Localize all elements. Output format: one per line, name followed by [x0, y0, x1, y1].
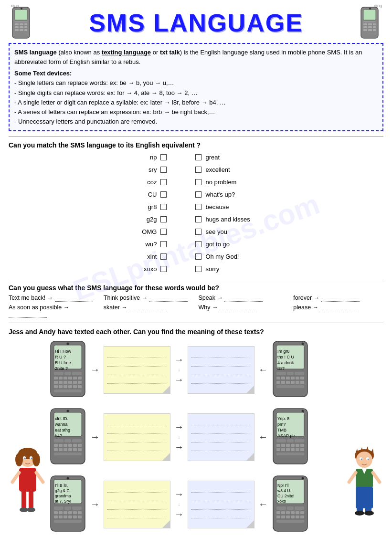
svg-rect-169	[72, 506, 82, 510]
checkbox-eng-hugs[interactable]	[195, 216, 201, 222]
checkbox-sry[interactable]	[160, 167, 167, 173]
checkbox-xlnt[interactable]	[160, 253, 167, 260]
checkbox-eng-noproblem[interactable]	[195, 179, 201, 185]
rule-5: - Unnecessary letters and punctuation ar…	[14, 117, 378, 126]
svg-rect-194	[281, 511, 285, 514]
svg-rect-123	[72, 439, 82, 442]
svg-rect-177	[59, 516, 63, 518]
match-item-wu: wu?	[146, 239, 167, 249]
guess-blank-8[interactable]	[320, 304, 359, 311]
sms-term-xlnt: xlnt	[147, 253, 157, 260]
svg-rect-144	[276, 439, 286, 442]
svg-rect-125	[59, 444, 63, 447]
sms-term-omg: OMG	[142, 228, 157, 235]
checkbox-xoxo[interactable]	[160, 266, 167, 272]
svg-rect-149	[286, 444, 290, 447]
eng-term-noproblem: no problem	[205, 179, 236, 186]
andy-phone-1: Im gr8 thx ! C U 4 a drink l8r?	[272, 340, 309, 399]
info-intro: SMS language (also known as texting lang…	[14, 48, 378, 67]
guess-item-5: Speak →	[199, 295, 289, 302]
svg-rect-203	[296, 516, 299, 518]
checkbox-eng-seeyou[interactable]	[195, 229, 201, 235]
svg-rect-204	[300, 516, 304, 518]
svg-rect-102	[281, 377, 285, 379]
rule-1: - Single letters can replace words: ex: …	[14, 78, 378, 88]
match-item-omg: OMG	[142, 226, 167, 237]
checkbox-eng-because[interactable]	[195, 204, 201, 210]
checkbox-np[interactable]	[160, 154, 167, 160]
checkbox-g2g[interactable]	[160, 216, 167, 222]
guess-blank-3[interactable]	[149, 295, 188, 302]
svg-rect-145	[287, 439, 294, 442]
checkbox-omg[interactable]	[160, 229, 167, 235]
svg-point-30	[15, 453, 23, 466]
svg-rect-84	[54, 385, 58, 388]
svg-rect-72	[54, 377, 58, 379]
sms-term-xoxo: xoxo	[144, 265, 157, 273]
jess-phone-3: I'll B l8, g2g & C grandma at 7. Sry!	[49, 475, 86, 534]
svg-text:w8 4 U.: w8 4 U.	[277, 488, 291, 493]
guess-blank-6[interactable]	[220, 304, 258, 311]
guess-item-1: Text me back! →	[9, 295, 99, 302]
svg-rect-81	[68, 381, 72, 384]
svg-rect-205	[276, 520, 304, 523]
guess-blank-2[interactable]	[9, 311, 47, 318]
svg-rect-121	[54, 439, 64, 442]
checkbox-eng-whatsup[interactable]	[195, 191, 201, 198]
guess-blank-4[interactable]	[129, 304, 167, 311]
svg-rect-76	[73, 377, 77, 379]
sms-term-sry: sry	[148, 166, 157, 173]
svg-rect-128	[73, 444, 77, 447]
svg-point-51	[361, 459, 362, 460]
svg-rect-108	[281, 381, 285, 384]
guess-blank-1[interactable]	[55, 295, 93, 302]
sms-term-wu: wu?	[146, 241, 157, 248]
checkbox-coz[interactable]	[160, 179, 167, 185]
match-item-gr8: gr8	[148, 201, 167, 212]
svg-rect-98	[276, 372, 286, 375]
svg-rect-83	[78, 381, 82, 384]
arrow-1: →	[90, 364, 100, 375]
checkbox-wu[interactable]	[160, 241, 167, 247]
checkbox-eng-excellent[interactable]	[195, 167, 201, 173]
svg-rect-198	[300, 511, 304, 514]
sms-term-g2g: g2g	[147, 216, 157, 223]
svg-rect-124	[54, 444, 58, 447]
svg-rect-174	[73, 511, 77, 514]
match-right-col: great excellent no problem what's up? be…	[195, 152, 250, 274]
svg-rect-122	[64, 439, 71, 442]
guess-item-2: As soon as possible →	[9, 304, 99, 318]
svg-text:at 7. Sry!: at 7. Sry!	[55, 499, 71, 504]
checkbox-eng-great[interactable]	[195, 154, 201, 160]
svg-rect-78	[54, 381, 58, 384]
svg-rect-155	[286, 448, 290, 451]
svg-point-93	[302, 343, 304, 345]
svg-rect-172	[64, 511, 67, 514]
checkbox-eng-omg[interactable]	[195, 253, 201, 260]
divider-3	[9, 323, 383, 323]
svg-text:g2g & C: g2g & C	[55, 488, 70, 493]
svg-rect-59	[365, 492, 371, 513]
svg-rect-150	[291, 444, 295, 447]
checkbox-eng-gottogo[interactable]	[195, 241, 201, 247]
svg-rect-199	[276, 516, 280, 518]
svg-rect-171	[59, 511, 63, 514]
match-eng-omg: Oh my God!	[195, 251, 239, 262]
svg-rect-106	[300, 377, 304, 379]
guess-blank-5[interactable]	[224, 295, 263, 302]
svg-text:b4?: b4?	[55, 433, 62, 438]
arrow-2b: → ↓ →	[174, 421, 184, 453]
svg-rect-74	[64, 377, 67, 379]
svg-rect-112	[300, 381, 304, 384]
rule-3: - A single letter or digit can replace a…	[14, 98, 378, 107]
svg-rect-36	[19, 468, 36, 492]
svg-text:xlnt ID.: xlnt ID.	[55, 416, 68, 421]
match-item-g2g: g2g	[147, 214, 167, 224]
checkbox-cu[interactable]	[160, 191, 167, 198]
checkbox-eng-sorry[interactable]	[195, 266, 201, 272]
info-box: SMS language (also known as texting lang…	[9, 43, 383, 131]
svg-rect-168	[64, 506, 71, 510]
checkbox-gr8[interactable]	[160, 204, 167, 210]
svg-rect-175	[78, 511, 82, 514]
guess-blank-7[interactable]	[321, 295, 360, 302]
